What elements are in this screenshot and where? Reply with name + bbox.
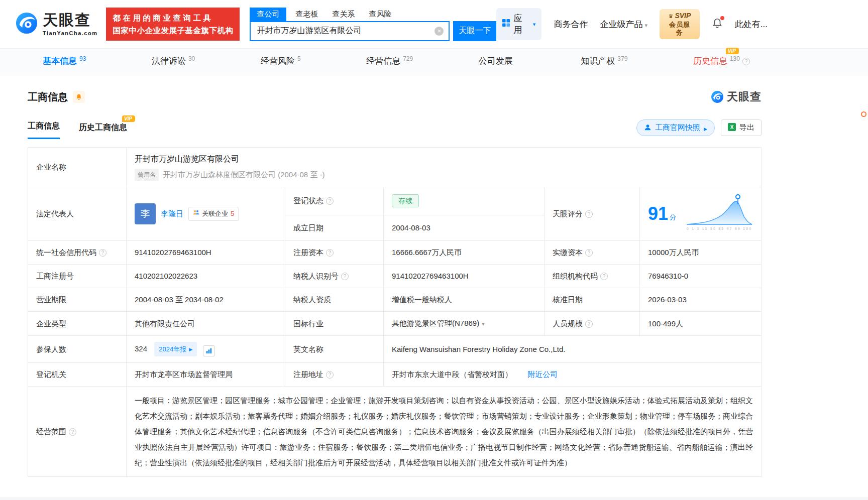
former-name-tag: 曾用名 (135, 169, 159, 181)
tianyancha-logo[interactable]: 天眼查 TianYanCha.com (15, 12, 97, 37)
banner-line2: 国家中小企业发展子基金旗下机构 (113, 24, 233, 37)
search-input[interactable] (250, 21, 450, 41)
chevron-down-icon (533, 21, 536, 28)
english-name-value: Kaifeng Wansuishan Forestry Holiday Zone… (384, 336, 762, 363)
header-right: 应用 商务合作 企业级产品 SVIP 会员服务 此处有... (496, 8, 768, 40)
term-label: 营业期限 (28, 288, 127, 312)
brand-slogan-banner: 都在用的商业查询工具 国家中小企业发展子基金旗下机构 (106, 8, 240, 41)
help-icon[interactable] (99, 249, 106, 257)
tab-history-info[interactable]: VIP 历史信息130 (693, 55, 750, 67)
address-cell: 开封市东京大道中段（省警校对面） 附近公司 (384, 363, 762, 387)
tab-basic-info[interactable]: 基本信息93 (43, 55, 86, 67)
term-value: 2004-08-03 至 2034-08-02 (127, 288, 285, 312)
tab-operating-info[interactable]: 经营信息729 (366, 55, 413, 67)
address-value: 开封市东京大道中段（省警校对面） (392, 370, 512, 379)
official-snapshot-button[interactable]: 工商官网快照 (636, 119, 715, 136)
help-icon[interactable] (600, 273, 608, 280)
nearby-companies-link[interactable]: 附近公司 (527, 370, 558, 379)
insured-trend-button[interactable] (203, 345, 215, 356)
insured-label: 参保人数 (28, 336, 127, 363)
score-label: 天眼评分 (545, 187, 640, 241)
tab-operating-risk[interactable]: 经营风险5 (261, 55, 301, 67)
company-type-label: 企业类型 (28, 312, 127, 336)
snapshot-icon (644, 123, 652, 133)
reg-capital-value: 16666.6667万人民币 (384, 241, 545, 265)
search-area: 查公司 查老板 查关系 查风险 天眼一下 (250, 8, 496, 41)
help-icon[interactable] (326, 197, 334, 205)
row-credit-capital: 统一社会信用代码 91410202769463100H 注册资本 16666.6… (28, 241, 762, 265)
chevron-down-icon (644, 22, 647, 28)
company-type-value: 其他有限责任公司 (127, 312, 285, 336)
floating-widget-dot[interactable] (861, 111, 866, 117)
tax-quality-label: 纳税人资质 (285, 288, 384, 312)
staff-value: 100-499人 (640, 312, 762, 336)
excel-icon: X (728, 123, 736, 133)
tab-company-development[interactable]: 公司发展 (479, 55, 515, 67)
english-name-label: 英文名称 (285, 336, 384, 363)
tianyancha-logo-icon (711, 90, 724, 103)
help-icon[interactable] (341, 273, 349, 280)
company-nav-tabs: 基本信息93 法律诉讼30 经营风险5 经营信息729 公司发展 知识产权379… (0, 48, 868, 73)
help-icon[interactable] (742, 58, 750, 65)
banner-line1: 都在用的商业查询工具 (113, 12, 233, 24)
notification-dot (720, 16, 724, 20)
notifications-bell[interactable] (712, 18, 723, 31)
tax-id-label: 纳税人识别号 (285, 265, 384, 288)
row-type-industry: 企业类型 其他有限责任公司 国标行业 其他游览景区管理(N7869) 人员规模 … (28, 312, 762, 336)
help-icon[interactable] (585, 249, 593, 257)
search-tab-company[interactable]: 查公司 (250, 8, 286, 21)
credit-code-value: 91410202769463100H (127, 241, 285, 265)
row-company-name: 企业名称 开封市万岁山游览区有限公司 曾用名 开封市万岁山森林度假区有限公司 (… (28, 148, 762, 187)
org-code-value: 76946310-0 (640, 265, 762, 288)
tab-legal-proceedings[interactable]: 法律诉讼30 (152, 55, 195, 67)
score-unit: 分 (670, 212, 676, 223)
svg-text:0 1 3 15 50 85 97 99 100: 0 1 3 15 50 85 97 99 100 (687, 227, 751, 230)
subscribe-bell-button[interactable] (73, 91, 85, 103)
chevron-down-icon[interactable] (482, 321, 485, 327)
help-icon[interactable] (585, 320, 593, 328)
approve-date-value: 2026-03-03 (640, 288, 762, 312)
paid-capital-value: 10000万人民币 (640, 241, 762, 265)
help-icon[interactable] (326, 371, 334, 379)
enterprise-products-dropdown[interactable]: 企业级产品 (600, 19, 647, 30)
score-value: 91 (648, 205, 668, 223)
search-tab-risk[interactable]: 查风险 (369, 8, 391, 21)
established-value: 2004-08-03 (384, 215, 545, 240)
row-authority-address: 登记机关 开封市龙亭区市场监督管理局 注册地址 开封市东京大道中段（省警校对面）… (28, 363, 762, 387)
help-icon[interactable] (69, 428, 76, 436)
legal-rep-avatar[interactable]: 李 (135, 203, 156, 224)
help-icon[interactable] (326, 249, 334, 257)
score-distribution-chart: 0 1 3 15 50 85 97 99 100 (686, 193, 753, 234)
annual-report-tag[interactable]: 2024年报 (154, 342, 197, 356)
apps-label: 应用 (513, 13, 529, 36)
user-menu[interactable]: 此处有... (735, 19, 768, 30)
watermark-text: 天眼查 (727, 89, 762, 104)
export-button[interactable]: X 导出 (721, 119, 762, 136)
business-cooperation-link[interactable]: 商务合作 (554, 19, 588, 30)
section-title: 工商信息 (28, 90, 68, 104)
search-tab-relation[interactable]: 查关系 (332, 8, 355, 21)
svip-member-button[interactable]: SVIP 会员服务 (660, 9, 700, 39)
tab-intellectual-property[interactable]: 知识产权379 (581, 55, 627, 67)
subtab-history-business-info[interactable]: VIP 历史工商信息 (79, 122, 127, 139)
help-icon[interactable] (585, 210, 593, 218)
vip-badge: VIP (726, 48, 739, 54)
credit-code-label: 统一社会信用代码 (28, 241, 127, 265)
industry-label: 国标行业 (285, 312, 384, 336)
insured-cell: 324 2024年报 (127, 336, 285, 363)
tax-id-value: 91410202769463100H (384, 265, 545, 288)
apps-dropdown[interactable]: 应用 (496, 8, 541, 40)
row-regno-taxid: 工商注册号 410202102022623 纳税人识别号 91410202769… (28, 265, 762, 288)
subtab-business-info[interactable]: 工商信息 (28, 121, 60, 139)
legal-rep-link[interactable]: 李隆日 (161, 208, 183, 219)
authority-label: 登记机关 (28, 363, 127, 387)
score-widget[interactable]: 91 分 0 1 3 15 50 85 97 99 100 (648, 193, 753, 234)
reg-no-label: 工商注册号 (28, 265, 127, 288)
related-companies-badge[interactable]: 关联企业 5 (188, 207, 239, 221)
search-button[interactable]: 天眼一下 (453, 21, 496, 41)
clear-search-icon[interactable] (435, 27, 444, 36)
company-name-value: 开封市万岁山游览区有限公司 (135, 154, 753, 165)
status-label: 登记状态 (285, 187, 384, 215)
established-label: 成立日期 (285, 215, 384, 240)
search-tab-boss[interactable]: 查老板 (295, 8, 318, 21)
